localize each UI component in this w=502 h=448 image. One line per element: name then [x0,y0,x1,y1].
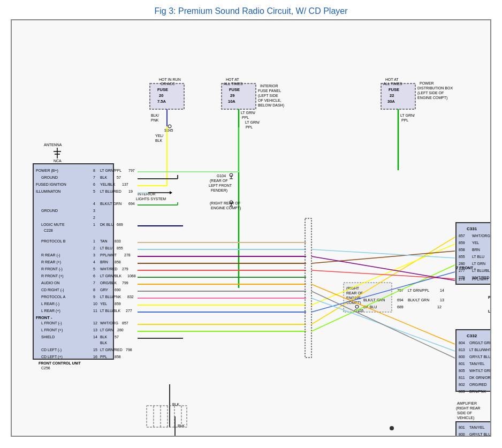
svg-text:LT GRN: LT GRN [100,328,113,332]
svg-text:FRONT CONTROL UNIT: FRONT CONTROL UNIT [39,361,81,365]
svg-text:14: 14 [93,335,97,339]
svg-text:WHT/ORG: WHT/ORG [100,321,118,325]
svg-text:L REAR (-): L REAR (-) [41,302,59,306]
svg-text:694: 694 [397,298,404,302]
svg-text:GRY/LT BLU: GRY/LT BLU [469,355,490,359]
svg-text:15: 15 [93,348,97,352]
svg-text:7.5A: 7.5A [157,99,166,104]
svg-text:BLK/LT GRN: BLK/LT GRN [408,298,429,302]
svg-text:1: 1 [93,223,95,226]
svg-text:ORG/BLK: ORG/BLK [100,281,117,285]
svg-text:13: 13 [440,298,444,302]
svg-rect-6 [222,83,256,109]
svg-text:(LEFT SIDE: (LEFT SIDE [258,94,278,98]
svg-text:6: 6 [93,274,95,278]
svg-text:POWER (B+): POWER (B+) [36,169,58,173]
svg-text:859: 859 [115,302,121,306]
svg-rect-0 [150,83,184,109]
svg-text:800: 800 [459,432,465,436]
svg-text:3: 3 [93,253,95,257]
svg-text:R REAR (-): R REAR (-) [41,253,60,257]
svg-text:858: 858 [115,260,121,264]
svg-text:LT BLU/PNK: LT BLU/PNK [100,295,121,299]
svg-text:859: 859 [459,241,465,245]
svg-text:DISTRIBUTION BOX: DISTRIBUTION BOX [417,86,453,90]
svg-rect-214 [456,330,490,391]
svg-text:PPL: PPL [100,355,107,359]
svg-text:BLK: BLK [172,403,180,406]
svg-text:279: 279 [459,276,465,279]
svg-text:800: 800 [459,355,465,359]
svg-text:BLK/: BLK/ [151,113,159,117]
svg-text:LT GRN/: LT GRN/ [400,113,415,117]
svg-rect-27 [33,164,113,359]
svg-text:277: 277 [126,309,132,313]
svg-text:OF VEHICLE,: OF VEHICLE, [258,98,282,102]
svg-text:ENGINE COMPT): ENGINE COMPT) [417,96,447,100]
svg-text:G104: G104 [217,174,226,178]
svg-text:BRN: BRN [100,260,108,264]
svg-text:LT BLU/RED: LT BLU/RED [100,189,121,193]
svg-text:855: 855 [117,246,123,250]
svg-text:12: 12 [437,305,442,309]
svg-text:C331: C331 [467,226,477,231]
svg-text:WHT/ORG: WHT/ORG [472,234,490,238]
svg-text:PPL/WHT: PPL/WHT [472,277,489,281]
svg-text:SHIELD: SHIELD [41,335,55,339]
svg-text:137: 137 [122,183,128,186]
diagram-container: HOT IN RUN OR ACC FUSE 20 7.5A HOT AT AL… [11,19,491,437]
svg-text:799: 799 [122,281,128,285]
svg-rect-17 [381,83,415,109]
svg-text:VEHICLE): VEHICLE) [457,416,474,420]
svg-text:857: 857 [459,234,465,238]
svg-text:689: 689 [117,223,123,226]
svg-text:801: 801 [459,426,465,429]
svg-text:(REAR OF: (REAR OF [210,179,227,183]
svg-text:833: 833 [115,239,121,243]
svg-text:WHT/RED: WHT/RED [472,276,490,279]
svg-text:PPL: PPL [246,125,253,129]
svg-text:AUDIO ON: AUDIO ON [41,281,60,285]
svg-text:CD LEFT (-): CD LEFT (-) [41,348,62,352]
svg-text:BLK/LT GRN: BLK/LT GRN [100,202,121,206]
svg-text:BLK: BLK [100,176,108,179]
svg-text:BELOW DASH): BELOW DASH) [258,103,284,108]
svg-line-298 [311,244,455,305]
svg-text:858: 858 [459,248,465,252]
svg-text:277: 277 [459,269,465,272]
svg-text:GROUND: GROUND [41,176,58,179]
svg-text:COMPT): COMPT) [346,301,361,305]
svg-text:FUSE: FUSE [157,87,168,92]
svg-text:280: 280 [117,328,124,332]
svg-text:LOGIC MUTE: LOGIC MUTE [41,223,65,226]
svg-text:DK BLU: DK BLU [100,223,113,226]
svg-text:HOT AT: HOT AT [385,78,399,81]
svg-text:57: 57 [117,176,121,179]
svg-text:ANTENNA: ANTENNA [44,143,62,147]
svg-text:2: 2 [93,216,95,219]
svg-text:NCA: NCA [54,159,62,163]
svg-text:16: 16 [93,355,97,359]
svg-text:689: 689 [397,305,404,309]
svg-text:803: 803 [459,390,465,393]
svg-text:LOGIC MUTE: LOGIC MUTE [488,309,490,314]
svg-text:LT GRN/: LT GRN/ [241,111,255,115]
svg-text:R FRONT (+): R FRONT (+) [41,274,64,278]
svg-text:ENGINE COMPT): ENGINE COMPT) [211,206,241,210]
svg-text:BLK: BLK [178,424,185,428]
svg-text:690: 690 [115,288,121,292]
svg-text:11: 11 [93,309,97,313]
svg-text:ALL TIMES: ALL TIMES [383,82,402,86]
svg-text:13: 13 [93,328,97,332]
svg-text:BLK/LT GRN: BLK/LT GRN [363,298,385,302]
svg-text:855: 855 [459,255,465,259]
svg-text:POWER (B+): POWER (B+) [488,295,490,300]
svg-line-297 [311,237,455,324]
svg-text:LT GRN/PPL: LT GRN/PPL [100,169,121,172]
svg-text:OR ACC: OR ACC [161,82,175,86]
svg-text:HOT AT: HOT AT [226,78,239,81]
svg-text:BRN/PNK: BRN/PNK [469,390,486,393]
svg-text:C228: C228 [44,229,53,232]
svg-text:SIDE OF: SIDE OF [457,411,472,415]
svg-text:BLK: BLK [100,341,108,345]
